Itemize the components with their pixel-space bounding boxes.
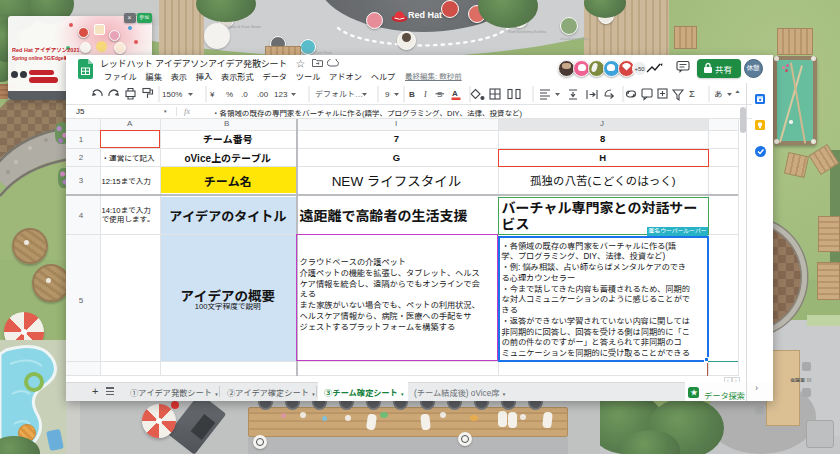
svg-text:123: 123 [274,89,288,98]
svg-text:S: S [437,90,442,99]
svg-text:A: A [452,89,458,98]
svg-text:I: I [423,90,427,99]
svg-text:¥: ¥ [209,89,215,98]
svg-text:%: % [226,89,233,98]
svg-text:デフォルト…: デフォルト… [315,89,363,98]
svg-text:Σ: Σ [689,88,695,99]
svg-text:.0: .0 [241,89,248,98]
svg-text:B: B [409,90,415,99]
svg-text:150%: 150% [162,89,182,98]
svg-text:.00: .00 [257,89,269,98]
svg-text:あ: あ [714,89,722,98]
svg-text:9: 9 [385,89,390,98]
